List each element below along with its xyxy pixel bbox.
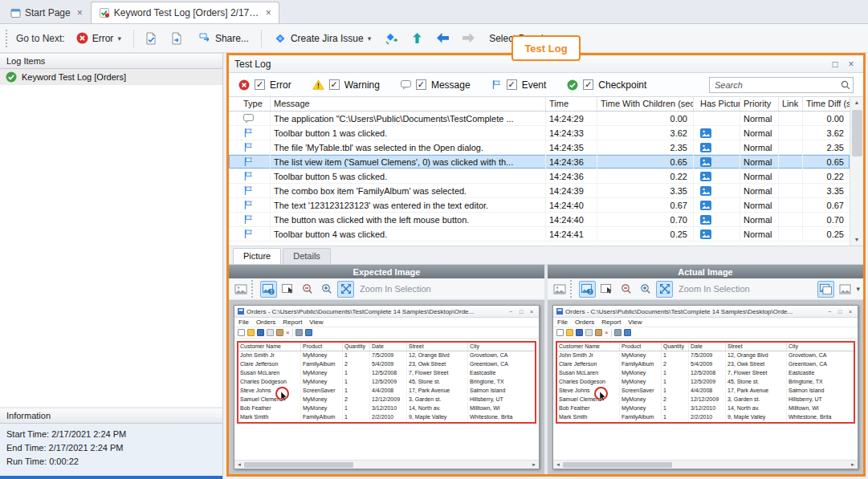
zoom-out-icon[interactable] (617, 281, 634, 298)
log-row[interactable]: The file 'MyTable.tbl' was selected in t… (229, 140, 850, 155)
zoom-in-selection-icon[interactable] (337, 281, 354, 298)
menu-view[interactable]: View (309, 319, 323, 326)
view-mode-single-icon[interactable] (837, 281, 854, 298)
zoom-in-icon[interactable] (318, 281, 335, 298)
jira-link-icon[interactable] (381, 28, 402, 49)
toolbar-grip[interactable] (570, 280, 574, 298)
vertical-scrollbar[interactable]: ▲ ▼ (850, 97, 863, 246)
toolbar-grip[interactable] (6, 30, 10, 47)
scrollbar-thumb (563, 462, 672, 468)
share-button[interactable]: Share... (192, 28, 255, 48)
forward-icon[interactable] (458, 28, 479, 49)
column-header-has-picture[interactable]: Has Picture (694, 97, 740, 111)
column-header-type[interactable]: Type (229, 97, 271, 111)
paste-icon (595, 329, 602, 336)
checkpoint-checkbox[interactable]: ✓ (583, 79, 593, 90)
log-row[interactable]: Toolbar button 5 was clicked.14:24:360.2… (229, 169, 850, 184)
close-tab-icon[interactable]: × (266, 7, 271, 18)
column-header-link[interactable]: Link (779, 97, 803, 111)
message-checkbox[interactable]: ✓ (416, 79, 426, 90)
orders-cell: 14, North av. (726, 404, 787, 413)
show-image-icon[interactable] (260, 281, 277, 298)
orders-cell: MyMoney (620, 351, 662, 360)
cell-link (779, 227, 803, 241)
tab-start-page[interactable]: Start Page × (2, 2, 91, 23)
filter-warning[interactable]: ✓Warning (312, 79, 380, 91)
column-header-time-diff-sec-[interactable]: Time Diff (sec) (803, 97, 850, 111)
filter-event[interactable]: ✓Event (491, 79, 547, 91)
panel-menu-icon[interactable] (232, 281, 249, 298)
log-row[interactable]: The button was clicked with the left mou… (229, 213, 850, 227)
create-jira-issue-button[interactable]: Create Jira Issue ▾ (268, 29, 377, 48)
pan-image-icon[interactable] (598, 281, 615, 298)
log-row[interactable]: Toolbar button 4 was clicked.14:24:410.2… (229, 227, 850, 242)
close-tab-icon[interactable]: × (77, 7, 83, 18)
filter-checkpoint[interactable]: ✓Checkpoint (567, 79, 646, 91)
column-header-time[interactable]: Time (546, 97, 597, 111)
filter-error[interactable]: ✓Error (238, 79, 291, 91)
close-panel-icon[interactable]: × (845, 59, 858, 70)
orders-cell: Grovetown, CA (468, 351, 535, 360)
view-mode-both-icon[interactable] (817, 281, 834, 298)
float-panel-icon[interactable]: □ (829, 59, 842, 70)
zoom-in-icon[interactable] (637, 281, 654, 298)
zoom-out-icon[interactable] (299, 281, 316, 298)
menu-orders[interactable]: Orders (575, 319, 594, 326)
orders-app-window: Orders - C:\Users\Public\Documents\TestC… (552, 305, 858, 469)
scroll-up-icon[interactable]: ▲ (854, 97, 860, 108)
log-row[interactable]: The application "C:\Users\Public\Documen… (229, 112, 850, 126)
toolbar-grip[interactable] (251, 280, 255, 298)
orders-cell: 7, Flower Street (407, 369, 468, 378)
close-icon: × (846, 309, 854, 315)
orders-cell: 7, Flower Street (726, 369, 787, 378)
orders-cell: 9, Maple Valley (726, 413, 787, 422)
orders-row: Mark SmithFamilyAlbum12/2/20109, Maple V… (238, 413, 535, 422)
menu-orders[interactable]: Orders (256, 319, 275, 326)
menu-file[interactable]: File (557, 319, 568, 326)
tab-keyword-test-log[interactable]: Keyword Test Log [Orders] 2/17/2... × (91, 2, 279, 23)
event-checkbox[interactable]: ✓ (507, 79, 517, 90)
menu-report[interactable]: Report (601, 319, 621, 326)
menu-report[interactable]: Report (283, 319, 302, 326)
cell-time-diff: 0.22 (803, 169, 850, 183)
upload-results-icon[interactable] (406, 28, 428, 49)
tab-picture[interactable]: Picture (233, 248, 281, 264)
column-header-time-with-children-sec-[interactable]: Time With Children (sec) (597, 97, 694, 111)
cell-time: 14:24:40 (546, 213, 597, 226)
zoom-in-selection-icon[interactable] (656, 281, 673, 298)
orders-cell: Greentown, CA (787, 360, 854, 369)
orders-column-header: Product (620, 343, 662, 351)
cell-message: The application "C:\Users\Public\Documen… (271, 112, 546, 125)
copy-log-details-icon[interactable] (141, 28, 162, 49)
scrollbar-thumb[interactable] (852, 110, 862, 156)
log-row[interactable]: The text '123123123123' was entered in t… (229, 198, 850, 213)
log-row[interactable]: Toolbar button 1 was clicked.14:24:333.6… (229, 126, 850, 140)
search-input[interactable] (709, 77, 854, 93)
view-mode-caret-icon[interactable]: ▾ (856, 285, 860, 293)
menu-view[interactable]: View (628, 319, 642, 326)
column-header-message[interactable]: Message (271, 97, 546, 111)
list-view-icon (295, 329, 303, 336)
log-items-header-label: Log Items (6, 56, 45, 66)
log-row[interactable]: The combo box item 'FamilyAlbum' was sel… (229, 184, 850, 198)
actual-image-view[interactable]: Orders - C:\Users\Public\Documents\TestC… (548, 300, 863, 474)
filter-message[interactable]: ✓Message (401, 79, 471, 91)
picture-icon (700, 143, 711, 152)
tree-item-keyword-test-log[interactable]: Keyword Test Log [Orders] (0, 69, 222, 85)
log-row[interactable]: The list view item ('Samuel Clemens', 0)… (229, 155, 850, 169)
error-checkbox[interactable]: ✓ (255, 79, 265, 90)
toolbar-separator (292, 329, 293, 337)
warning-checkbox[interactable]: ✓ (329, 79, 340, 90)
panel-menu-icon[interactable] (551, 281, 568, 298)
scroll-down-icon[interactable]: ▼ (854, 234, 860, 246)
show-image-icon[interactable] (579, 281, 596, 298)
tab-details[interactable]: Details (283, 248, 331, 264)
pan-image-icon[interactable] (279, 281, 296, 298)
column-header-priority[interactable]: Priority (740, 97, 779, 111)
back-icon[interactable] (432, 28, 454, 49)
expected-image-view[interactable]: Orders - C:\Users\Public\Documents\TestC… (229, 300, 544, 474)
menu-file[interactable]: File (238, 319, 249, 326)
export-log-icon[interactable] (166, 28, 188, 49)
orders-cell: 17, Park Avenue (726, 387, 787, 396)
goto-error-button[interactable]: Error ▾ (71, 29, 127, 47)
